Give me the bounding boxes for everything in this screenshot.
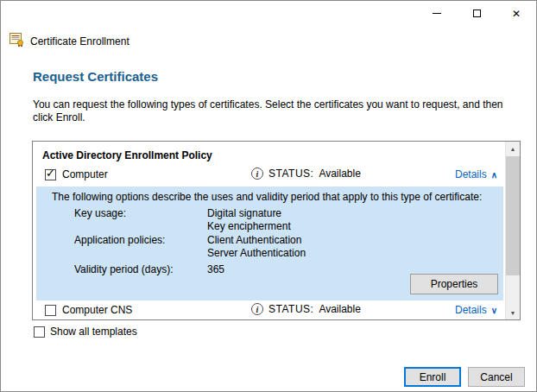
enroll-button[interactable]: Enroll (404, 367, 461, 387)
status-group: i STATUS: Available (251, 168, 361, 180)
validity-period-value: 365 (207, 263, 224, 275)
titlebar: ✕ (1, 1, 536, 27)
caption-buttons: ✕ (417, 1, 536, 26)
template-name: Computer CNS (62, 304, 132, 316)
details-link-computer[interactable]: Details ∧ (455, 168, 497, 180)
panel-scrollbar[interactable]: ▲ ▼ (505, 142, 520, 319)
certificate-enrollment-window: ✕ Certificate Enrollment Request Certifi… (0, 0, 537, 392)
template-row-computer: ✓ Computer i STATUS: Available Details ∧ (33, 168, 505, 185)
minimize-button[interactable] (417, 1, 457, 26)
validity-period-label: Validity period (days): (74, 263, 174, 275)
status-label: STATUS: (268, 168, 313, 180)
window-title: Certificate Enrollment (30, 35, 130, 47)
enrollment-policy-panel: Active Directory Enrollment Policy ✓ Com… (32, 141, 521, 320)
show-all-templates-label: Show all templates (50, 326, 137, 338)
app-header: Certificate Enrollment (9, 33, 130, 50)
maximize-icon (473, 9, 481, 17)
status-group: i STATUS: Available (251, 303, 361, 315)
scroll-up-icon: ▲ (510, 146, 516, 152)
details-link-computer-cns[interactable]: Details ∨ (455, 304, 497, 316)
computer-cns-checkbox[interactable] (45, 305, 56, 316)
info-icon: i (251, 303, 263, 315)
status-value: Available (319, 168, 360, 180)
show-all-templates-checkbox[interactable] (34, 326, 45, 338)
properties-button[interactable]: Properties (410, 274, 498, 294)
key-usage-value: Digital signature (207, 207, 281, 219)
template-row-computer-cns: Computer CNS i STATUS: Available Details… (33, 303, 505, 320)
template-details-area: The following options describe the uses … (36, 187, 503, 300)
scroll-down-icon: ▼ (510, 310, 516, 316)
status-value: Available (319, 303, 360, 315)
policy-name: Active Directory Enrollment Policy (42, 149, 212, 161)
certificate-icon (9, 33, 24, 50)
template-name: Computer (62, 168, 108, 180)
page-title: Request Certificates (33, 69, 158, 84)
application-policies-label: Application policies: (74, 234, 165, 246)
scroll-up-button[interactable]: ▲ (506, 142, 520, 155)
status-label: STATUS: (268, 303, 313, 315)
info-icon: i (251, 168, 263, 180)
computer-checkbox[interactable]: ✓ (45, 169, 56, 180)
page-intro: You can request the following types of c… (33, 98, 508, 124)
details-label: Details (455, 304, 487, 316)
scroll-down-button[interactable]: ▼ (506, 306, 520, 319)
chevron-up-icon: ∧ (491, 170, 497, 180)
minimize-icon (433, 13, 441, 14)
details-label: Details (455, 168, 487, 180)
scrollbar-thumb[interactable] (506, 156, 520, 275)
key-usage-value: Key encipherment (207, 220, 291, 232)
close-button[interactable]: ✕ (496, 1, 536, 26)
close-icon: ✕ (512, 9, 521, 19)
details-intro: The following options describe the uses … (52, 191, 482, 203)
key-usage-label: Key usage: (74, 207, 126, 219)
application-policies-value: Client Authentication (207, 234, 301, 246)
show-all-templates: Show all templates (34, 326, 137, 338)
check-icon: ✓ (46, 168, 55, 179)
cancel-button[interactable]: Cancel (468, 367, 525, 387)
chevron-down-icon: ∨ (491, 306, 497, 315)
maximize-button[interactable] (457, 1, 496, 26)
application-policies-value: Server Authentication (207, 247, 306, 259)
